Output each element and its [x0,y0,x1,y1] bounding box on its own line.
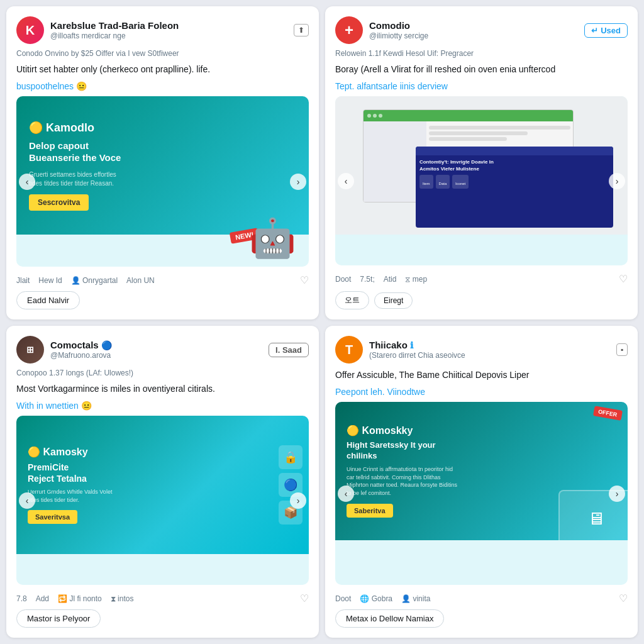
meta-line: Conodo Onvino by $25 Oiffer via I vew S0… [16,49,309,58]
avatar: + [335,16,363,44]
meta-line: Conopoo 1.37 longs (LAf: Ulowes!) [16,369,309,377]
carousel-next-button[interactable]: › [609,173,625,189]
verified-icon: 🔵 [101,340,112,350]
action-button[interactable]: Metax io Dellow Namiax [335,609,444,628]
card-2-header-left: + Comodio @ilimiotty sercige [335,16,428,44]
carousel-next-button[interactable]: › [290,174,306,190]
corner-badge: OFFER [592,406,622,420]
avatar: ⊞ [16,336,44,364]
footer-meta: Jlait Hew Id 👤 Onrygartal Alon UN [16,276,155,285]
used-badge[interactable]: ↵ Used [584,23,628,38]
info-icon: ℹ [410,340,413,350]
card-1: K Karebslue Trad-Baria Foleon @illoafts … [6,6,319,319]
like-button[interactable]: ♡ [619,273,628,285]
avatar: K [16,16,44,44]
footer-item-2: Hew Id [38,276,62,285]
screenshot-front-body: Contomtiy't: Imvrigte Doavle InAcmitos V… [416,155,613,192]
card-3-footer: 7.8 Add 🔁 Jl fi nonto ⧗ intos ♡ [16,592,309,604]
carousel-next-button[interactable]: › [290,492,306,509]
username: Comoctals 🔵 [50,340,112,351]
footer-item-3: Atid [384,275,397,284]
post-link[interactable]: With in wnettien 😐 [16,401,309,411]
brand-name: 🟡 Komoskky [347,425,413,436]
card-3: ⊞ Comoctals 🔵 @Mafruono.arova I. Saad Co… [6,326,319,638]
card-image-komoskky: 🟡 Komoskky Hight Saretssky It your chili… [335,402,628,540]
card-image-screenshots: Contomtiy't: Imvrigte Doavle InAcmitos V… [335,96,628,235]
mini-bar-2 [429,131,528,135]
name-block: Karebslue Trad-Baria Foleon @illoafts me… [50,20,179,40]
card-3-header-left: ⊞ Comoctals 🔵 @Mafruono.arova [16,336,112,364]
cta-button[interactable]: Saberitva [347,504,393,518]
cta-button[interactable]: Saveritvsa [28,510,77,524]
screenshot-front-header [416,147,613,155]
footer-item-4: ⧗ intos [111,594,134,603]
handle: (Starero dirret Chia aseoivce [369,351,465,360]
meta-line: Relowein 1.1f Kewdi Hesol Uif: Pregracer [335,49,628,58]
footer-meta: 7.8 Add 🔁 Jl fi nonto ⧗ intos [16,594,133,603]
tagline: Hight Saretssky It your chilinks [347,440,460,462]
carousel-prev-button[interactable]: ‹ [19,174,35,190]
handle: @Mafruono.arova [50,351,112,360]
card-4: T Thiicako ℹ (Starero dirret Chia aseoiv… [325,326,638,638]
card-2-footer: Doot 7.5t; Atid ⧖ mep ♡ [335,273,628,285]
saad-badge[interactable]: I. Saad [269,343,309,357]
username: Thiicako ℹ [369,340,465,351]
carousel-next-button[interactable]: › [609,486,625,502]
carousel-prev-button[interactable]: ‹ [338,173,354,189]
tagline: PremiCiteReject Tetalna [28,462,87,484]
action-button[interactable]: Mastor is Pelyoor [16,609,101,628]
action-button-1[interactable]: 오트 [335,291,369,309]
post-link[interactable]: buspoothelnes 😐 [16,81,309,91]
screenshot-header [364,110,573,121]
card-4-header-left: T Thiicako ℹ (Starero dirret Chia aseoiv… [335,336,465,364]
name-block: Thiicako ℹ (Starero dirret Chia aseoivce [369,340,465,360]
carousel-prev-button[interactable]: ‹ [338,486,354,502]
carousel-2: Contomtiy't: Imvrigte Doavle InAcmitos V… [335,96,628,265]
post-text: Offer Assicuble, The Bame Chiitical Depo… [335,369,628,382]
footer-item-1: Jlait [16,276,30,285]
action-button-2[interactable]: Eiregt [374,292,413,309]
footer-item-3: 👤 vinita [401,594,430,603]
footer-item-4: ⧖ mep [405,275,427,284]
sf-title: Contomtiy't: Imvrigte Doavle InAcmitos V… [419,159,609,172]
brand-name: 🟡 Kamosky [28,446,88,458]
handle: @ilimiotty sercige [369,31,428,40]
post-link[interactable]: Peepont leh. Viinodtwe [335,387,628,397]
desc: Uinue Crinnt is affrmatutiota tn peorito… [347,465,460,497]
arrow-icon: ↵ [591,26,598,35]
like-button[interactable]: ♡ [619,592,628,604]
post-text: Boray (Arell a Vlirat for ill reshed oin… [335,63,628,76]
product-box-1: 🔒 [279,445,303,469]
used-label: Used [601,26,621,35]
dot-3 [379,114,382,118]
card-4-header: T Thiicako ℹ (Starero dirret Chia aseoiv… [335,336,628,364]
desc: Uerrurt Grndes Whitle Valds Volet titles… [28,488,122,504]
screenshot-stack: Contomtiy't: Imvrigte Doavle InAcmitos V… [350,103,613,228]
like-button[interactable]: ♡ [300,592,309,604]
username: Karebslue Trad-Baria Foleon [50,20,179,31]
sf-item-1: Item [419,175,433,189]
like-button[interactable]: ♡ [300,274,309,286]
card-3-header: ⊞ Comoctals 🔵 @Mafruono.arova I. Saad [16,336,309,364]
card-1-header-left: K Karebslue Trad-Baria Foleon @illoafts … [16,16,179,44]
robot-icon: 🤖 [249,216,296,260]
sf-items: Item Data lconet [419,175,609,189]
post-link[interactable]: Tept. alfantsarle iinis derview [335,81,628,91]
carousel-4: 🟡 Komoskky Hight Saretssky It your chili… [335,402,628,585]
carousel-prev-button[interactable]: ‹ [19,492,35,509]
sf-item-3: lconet [452,175,469,189]
cta-button[interactable]: Sescrovitva [29,194,89,211]
options-badge[interactable]: ⬆ [294,24,309,36]
screenshot-front: Contomtiy't: Imvrigte Doavle InAcmitos V… [416,147,613,228]
footer-item-2: Add [36,594,49,603]
avatar: T [335,336,363,364]
footer-item-1: Doot [335,594,351,603]
options-badge[interactable]: ▪ [616,343,628,356]
name-block: Comodio @ilimiotty sercige [369,20,428,40]
card-2: + Comodio @ilimiotty sercige ↵ Used Relo… [325,6,638,319]
brand-name: 🟡 Kamodlo [29,121,94,135]
action-button[interactable]: Eadd Nalvir [16,291,80,309]
carousel-1: 🟡 Kamodlo Delop capoutBueanserie the Voc… [16,96,309,267]
footer-item-2: 7.5t; [360,275,374,284]
post-text: Utitirt set habter only (cherkeco ont pr… [16,63,309,76]
